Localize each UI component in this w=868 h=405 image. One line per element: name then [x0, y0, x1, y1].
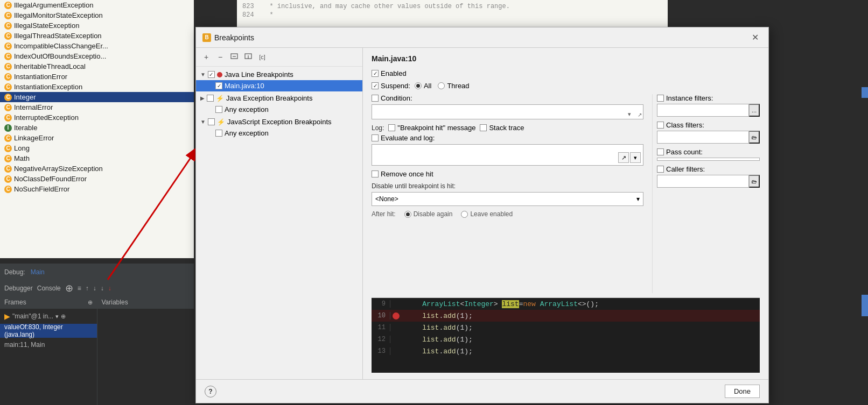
bp-item-main-java-10[interactable]: Main.java:10	[196, 80, 362, 91]
suspend-thread-radio[interactable]	[438, 82, 445, 89]
class-item[interactable]: CIndexOutOfBoundsExceptio...	[0, 51, 194, 61]
caller-filters-label[interactable]: Caller filters:	[657, 165, 760, 173]
stack-trace-checkbox[interactable]	[480, 124, 487, 131]
thread-dropdown[interactable]: "main"@1 in...	[12, 312, 53, 320]
leave-enabled-text: Leave enabled	[470, 210, 513, 218]
class-icon: C	[4, 165, 12, 173]
remove-once-hit-label[interactable]: Remove once hit	[372, 170, 433, 178]
condition-label[interactable]: Condition:	[372, 94, 643, 102]
class-filters-input[interactable]	[657, 131, 749, 144]
instance-filters-label[interactable]: Instance filters:	[657, 94, 760, 102]
class-icon: C	[4, 104, 12, 111]
class-item[interactable]: IIterable	[0, 123, 194, 133]
evaluate-log-input[interactable]: ↗ ▾	[372, 144, 643, 166]
condition-checkbox[interactable]	[372, 95, 379, 102]
class-filters-checkbox[interactable]	[657, 122, 664, 129]
main-java-10-checkbox[interactable]	[215, 82, 222, 89]
leave-enabled-label[interactable]: Leave enabled	[461, 210, 513, 218]
class-item[interactable]: CInteger	[0, 92, 194, 102]
done-button[interactable]: Done	[725, 385, 760, 398]
code-line-11: 11 list.add(1);	[372, 322, 760, 333]
help-button[interactable]: ?	[205, 386, 216, 397]
class-item[interactable]: CIllegalThreadStateException	[0, 31, 194, 41]
instance-filters-browse-button[interactable]: …	[749, 104, 760, 117]
class-item[interactable]: CIllegalMonitorStateException	[0, 10, 194, 20]
class-item[interactable]: CLinkageError	[0, 133, 194, 143]
java-exception-group-checkbox[interactable]	[207, 95, 214, 102]
line-content-10: list.add(1);	[401, 312, 473, 320]
class-icon: C	[4, 134, 12, 142]
disable-until-dropdown[interactable]: <None> ▾	[372, 192, 643, 206]
bp-group-header-js-exception[interactable]: ▼ ⚡ JavaScript Exception Breakpoints	[196, 116, 362, 127]
class-item[interactable]: CNegativeArraySizeException	[0, 164, 194, 174]
debug-toolbar: Debug: Main	[0, 264, 194, 281]
class-filters-browse-button[interactable]: 🗁	[749, 131, 760, 144]
suspend-thread-text: Thread	[447, 82, 469, 90]
java-any-exception-checkbox[interactable]	[215, 106, 222, 113]
class-item[interactable]: CMath	[0, 153, 194, 164]
console-tab[interactable]: Console	[37, 285, 61, 292]
class-filters-text: Class filters:	[666, 121, 704, 129]
java-line-group-checkbox[interactable]	[208, 71, 215, 78]
class-icon: C	[4, 175, 12, 183]
add-breakpoint-button[interactable]: +	[200, 51, 212, 63]
stack-trace-label[interactable]: Stack trace	[480, 124, 524, 132]
import-button[interactable]	[242, 51, 254, 63]
class-item[interactable]: CIllegalArgumentException	[0, 0, 194, 10]
export-icon	[230, 53, 238, 61]
suspend-thread-radio-label[interactable]: Thread	[438, 82, 469, 90]
class-item[interactable]: CNoSuchFieldError	[0, 184, 194, 194]
class-item[interactable]: CNoClassDefFoundError	[0, 174, 194, 184]
caller-filters-input[interactable]	[657, 175, 749, 188]
class-item[interactable]: CInternalError	[0, 102, 194, 112]
pass-count-label[interactable]: Pass count:	[657, 148, 760, 156]
export-button[interactable]	[228, 51, 240, 63]
class-filters-label[interactable]: Class filters:	[657, 121, 760, 129]
caller-filters-browse-button[interactable]: 🗁	[749, 175, 760, 188]
class-item[interactable]: CIncompatibleClassChangeEr...	[0, 41, 194, 51]
group-button[interactable]: [c]	[256, 51, 268, 63]
stack-item-selected[interactable]: valueOf:830, Integer (java.lang)	[0, 324, 97, 338]
pass-count-text: Pass count:	[666, 148, 703, 156]
caller-filters-checkbox[interactable]	[657, 166, 664, 173]
breakpoint-hit-label[interactable]: "Breakpoint hit" message	[388, 124, 475, 132]
instance-filters-checkbox[interactable]	[657, 95, 664, 102]
remove-breakpoint-button[interactable]: −	[214, 51, 226, 63]
js-any-exception-checkbox[interactable]	[215, 130, 222, 137]
stack-item[interactable]: main:11, Main	[0, 338, 97, 352]
import-icon	[244, 53, 252, 61]
instance-filters-input[interactable]	[657, 104, 749, 117]
suspend-checkbox[interactable]	[372, 82, 379, 89]
evaluate-log-checkbox[interactable]	[372, 134, 379, 141]
enabled-label[interactable]: Enabled	[372, 69, 407, 77]
dropdown-evaluate-button[interactable]: ▾	[630, 152, 641, 163]
class-item[interactable]: CIllegalStateException	[0, 20, 194, 31]
breakpoint-hit-checkbox[interactable]	[388, 124, 395, 131]
debugger-tab[interactable]: Debugger	[4, 285, 33, 292]
js-exception-group-checkbox[interactable]	[208, 118, 215, 125]
evaluate-log-label[interactable]: Evaluate and log:	[372, 134, 643, 142]
bp-group-header-java-line[interactable]: ▼ Java Line Breakpoints	[196, 69, 362, 80]
bp-group-java-line: ▼ Java Line Breakpoints Main.java:10	[196, 69, 362, 91]
suspend-all-radio-label[interactable]: All	[415, 82, 431, 90]
bp-item-java-any-exception[interactable]: Any exception	[196, 104, 362, 115]
pass-count-input[interactable]	[657, 158, 760, 161]
pass-count-checkbox[interactable]	[657, 148, 664, 155]
close-button[interactable]: ✕	[748, 31, 762, 44]
bp-item-js-any-exception[interactable]: Any exception	[196, 127, 362, 139]
leave-enabled-radio[interactable]	[461, 211, 468, 218]
remove-once-hit-checkbox[interactable]	[372, 170, 379, 177]
dialog-titlebar: B Breakpoints ✕	[196, 27, 768, 48]
suspend-all-radio[interactable]	[415, 82, 422, 89]
class-item[interactable]: CInheritableThreadLocal	[0, 61, 194, 72]
disable-again-label[interactable]: Disable again	[404, 210, 453, 218]
class-item[interactable]: CInterruptedException	[0, 112, 194, 123]
disable-again-radio[interactable]	[404, 211, 411, 218]
bp-group-header-java-exception[interactable]: ▶ ⚡ Java Exception Breakpoints	[196, 93, 362, 104]
condition-input-area[interactable]: ↗ ▾	[372, 104, 643, 119]
expand-evaluate-button[interactable]: ↗	[618, 152, 629, 163]
class-item[interactable]: CInstantiationException	[0, 82, 194, 92]
class-item[interactable]: CInstantiationError	[0, 72, 194, 82]
class-item[interactable]: CLong	[0, 143, 194, 153]
enabled-checkbox[interactable]	[372, 70, 379, 77]
